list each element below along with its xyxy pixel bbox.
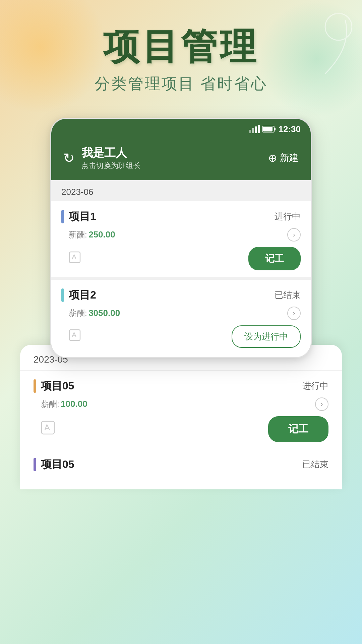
project-1-indicator xyxy=(61,210,64,223)
status-icons: 12:30 xyxy=(249,124,301,135)
project-card-2: 项目2 已结束 薪酬: 3050.00 › xyxy=(51,280,311,355)
project-card-1: 项目1 进行中 薪酬: 250.00 › 记 xyxy=(51,201,311,277)
project-1-salary: 薪酬: 250.00 xyxy=(69,229,115,240)
svg-rect-3 xyxy=(255,126,257,133)
project-2-salary-label: 薪酬: xyxy=(69,309,87,318)
project-3-name: 项目05 xyxy=(41,379,74,393)
project-1-edit-icon[interactable] xyxy=(69,251,81,266)
new-project-button[interactable]: ⊕ 新建 xyxy=(268,152,299,164)
project-2-name: 项目2 xyxy=(69,288,96,303)
app-content: 2023-06 项目1 进行中 薪酬: 250.00 › xyxy=(51,180,311,355)
project-3-salary-label: 薪酬: xyxy=(41,399,59,409)
header-left: ↻ 我是工人 点击切换为班组长 xyxy=(63,145,140,171)
project-3-indicator xyxy=(34,379,36,393)
project-1-action-button[interactable]: 记工 xyxy=(248,247,301,270)
project-card-1-top: 项目1 进行中 xyxy=(61,209,301,224)
project-2-actions: 设为进行中 xyxy=(61,325,301,348)
svg-rect-4 xyxy=(258,125,260,133)
project-3-salary-row: 薪酬: 100.00 › xyxy=(34,397,328,411)
project-3-status: 进行中 xyxy=(302,380,328,392)
project-4-name: 项目05 xyxy=(41,457,74,472)
phone-mockup: 12:30 ↻ 我是工人 点击切换为班组长 ⊕ 新建 2023-06 项目1 xyxy=(50,118,312,358)
status-time: 12:30 xyxy=(279,124,301,135)
svg-rect-7 xyxy=(263,127,273,131)
section1-date: 2023-06 xyxy=(51,180,311,201)
project-2-indicator xyxy=(61,288,64,302)
svg-rect-2 xyxy=(252,128,254,133)
project-2-status: 已结束 xyxy=(275,289,301,301)
project-2-detail-button[interactable]: › xyxy=(287,307,301,320)
project-1-detail-button[interactable]: › xyxy=(287,228,301,241)
second-section: 2023-05 项目05 进行中 薪酬: 100.00 › xyxy=(20,345,342,489)
svg-rect-6 xyxy=(274,128,276,130)
project-2-edit-icon[interactable] xyxy=(69,329,81,344)
svg-rect-9 xyxy=(69,330,80,340)
project-card-4: 项目05 已结束 xyxy=(20,449,342,483)
project-1-actions: 记工 xyxy=(61,247,301,270)
svg-rect-8 xyxy=(69,252,80,263)
project-card-3: 项目05 进行中 薪酬: 100.00 › 记工 xyxy=(20,370,342,449)
battery-icon xyxy=(262,125,276,133)
project-3-action-button[interactable]: 记工 xyxy=(268,416,328,442)
project-1-salary-value: 250.00 xyxy=(88,229,115,239)
project-2-salary-row: 薪酬: 3050.00 › xyxy=(61,307,301,320)
project-4-title-row: 项目05 xyxy=(34,457,74,472)
project-3-edit-icon[interactable] xyxy=(41,421,55,437)
project-2-salary-value: 3050.00 xyxy=(88,308,120,318)
project-card-4-top: 项目05 已结束 xyxy=(34,457,328,472)
project-2-action-button[interactable]: 设为进行中 xyxy=(232,325,301,348)
main-title: 项目管理 xyxy=(20,27,342,67)
project-card-3-top: 项目05 进行中 xyxy=(34,379,328,393)
plus-circle-icon: ⊕ xyxy=(268,152,277,164)
project-1-salary-label: 薪酬: xyxy=(69,230,87,239)
switch-role-icon[interactable]: ↻ xyxy=(63,150,75,166)
project-3-title-row: 项目05 xyxy=(34,379,74,393)
project-1-title-row: 项目1 xyxy=(61,209,96,224)
project-1-name: 项目1 xyxy=(69,209,96,224)
project-3-salary: 薪酬: 100.00 xyxy=(41,399,87,410)
header-user-role: 点击切换为班组长 xyxy=(81,161,140,171)
project-2-salary: 薪酬: 3050.00 xyxy=(69,308,120,319)
project-1-status: 进行中 xyxy=(275,211,301,222)
project-3-detail-button[interactable]: › xyxy=(315,397,328,411)
project-3-actions: 记工 xyxy=(34,416,328,442)
project-1-salary-row: 薪酬: 250.00 › xyxy=(61,228,301,241)
page-header: 项目管理 分类管理项目 省时省心 xyxy=(0,0,362,108)
project-2-title-row: 项目2 xyxy=(61,288,96,303)
svg-rect-1 xyxy=(249,130,251,133)
header-user-info: 我是工人 点击切换为班组长 xyxy=(81,145,140,171)
project-4-indicator xyxy=(34,458,36,471)
svg-rect-10 xyxy=(42,421,54,434)
signal-icon xyxy=(249,125,260,133)
app-header: ↻ 我是工人 点击切换为班组长 ⊕ 新建 xyxy=(51,139,311,180)
project-4-status: 已结束 xyxy=(302,459,328,470)
project-card-2-top: 项目2 已结束 xyxy=(61,288,301,303)
project-3-salary-value: 100.00 xyxy=(61,399,87,409)
new-button-label: 新建 xyxy=(280,152,299,164)
status-bar: 12:30 xyxy=(51,119,311,139)
header-user-name: 我是工人 xyxy=(81,145,140,161)
sub-title: 分类管理项目 省时省心 xyxy=(20,73,342,94)
